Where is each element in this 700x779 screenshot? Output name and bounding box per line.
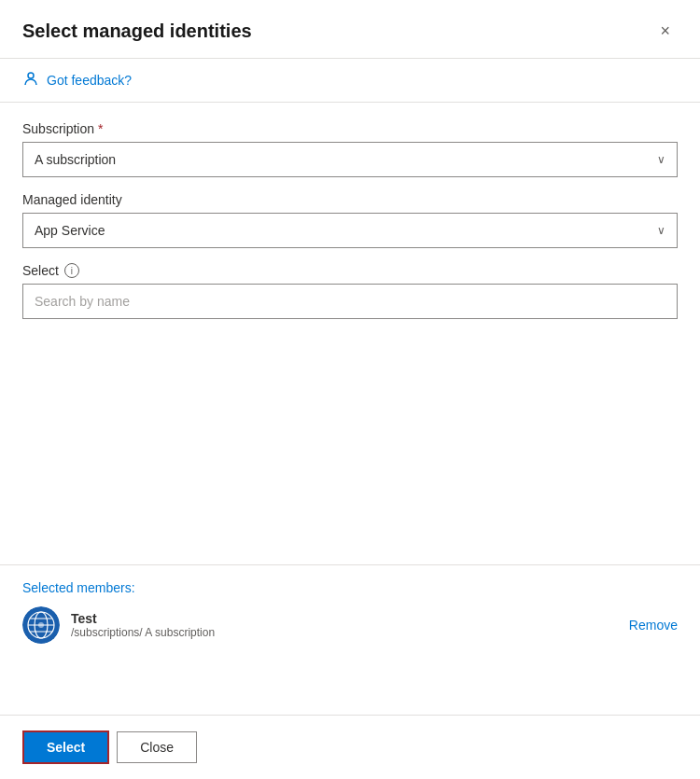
feedback-icon <box>22 70 39 90</box>
member-name: Test <box>71 611 618 626</box>
dialog-header: Select managed identities × <box>0 0 700 58</box>
required-indicator: * <box>98 121 103 136</box>
feedback-section: Got feedback? <box>0 59 700 102</box>
managed-identity-label: Managed identity <box>22 192 678 207</box>
subscription-dropdown[interactable]: A subscription ∨ <box>22 142 678 177</box>
dialog-title: Select managed identities <box>22 21 252 42</box>
select-button[interactable]: Select <box>22 730 109 764</box>
form-section: Subscription * A subscription ∨ Managed … <box>0 103 700 564</box>
svg-point-7 <box>38 622 44 628</box>
member-item: Test /subscriptions/ A subscription Remo… <box>22 606 678 644</box>
svg-point-0 <box>28 73 34 78</box>
select-label-group: Select i <box>22 263 678 278</box>
subscription-chevron-icon: ∨ <box>657 153 665 166</box>
selected-members-label: Selected members: <box>22 580 678 595</box>
results-area <box>22 334 678 521</box>
subscription-value: A subscription <box>35 152 116 167</box>
member-subscription: /subscriptions/ A subscription <box>71 626 618 639</box>
managed-identity-value: App Service <box>35 223 105 238</box>
remove-button[interactable]: Remove <box>629 618 678 633</box>
select-managed-identities-dialog: Select managed identities × Got feedback… <box>0 0 700 779</box>
select-field-group: Select i <box>22 263 678 319</box>
managed-identity-chevron-icon: ∨ <box>657 224 665 237</box>
subscription-field-group: Subscription * A subscription ∨ <box>22 121 678 177</box>
select-info-icon[interactable]: i <box>64 263 79 278</box>
footer-spacer <box>0 659 700 715</box>
select-label: Select <box>22 263 59 278</box>
selected-members-section: Selected members: Test /subscriptions/ A… <box>0 564 700 659</box>
search-input[interactable] <box>22 284 678 319</box>
close-icon-button[interactable]: × <box>652 19 678 43</box>
member-info: Test /subscriptions/ A subscription <box>71 611 618 639</box>
feedback-link[interactable]: Got feedback? <box>47 73 132 88</box>
dialog-footer: Select Close <box>0 715 700 779</box>
subscription-label: Subscription * <box>22 121 678 136</box>
managed-identity-field-group: Managed identity App Service ∨ <box>22 192 678 248</box>
close-button[interactable]: Close <box>117 731 197 763</box>
member-avatar <box>22 606 60 644</box>
managed-identity-dropdown[interactable]: App Service ∨ <box>22 213 678 248</box>
